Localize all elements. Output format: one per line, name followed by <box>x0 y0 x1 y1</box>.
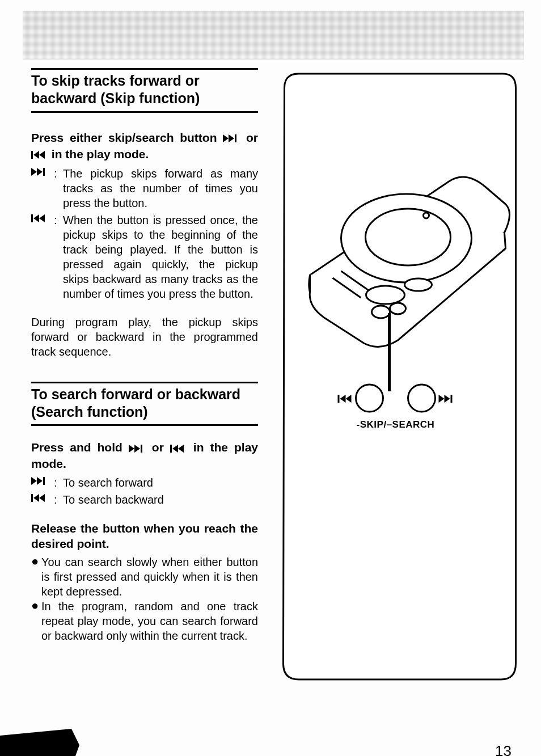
next-track-icon <box>129 441 146 456</box>
search-lead: Press and hold or in the play mode. <box>31 440 258 471</box>
svg-rect-9 <box>31 214 33 222</box>
svg-rect-3 <box>31 151 33 159</box>
colon: : <box>54 475 63 490</box>
colon: : <box>54 166 63 210</box>
header-band <box>23 11 524 60</box>
bullet-icon: ● <box>31 555 41 599</box>
svg-point-29 <box>372 306 390 318</box>
svg-rect-14 <box>141 445 142 453</box>
figure-callout-label: -SKIP/–SEARCH <box>357 419 435 430</box>
svg-point-26 <box>424 213 429 218</box>
page-number: 13 <box>494 742 513 756</box>
left-column: To skip tracks forward or backward (Skip… <box>31 68 258 739</box>
prev-track-icon <box>31 492 54 507</box>
svg-marker-16 <box>172 445 178 453</box>
svg-point-25 <box>366 209 451 265</box>
search-back-row: : To search backward <box>31 492 258 507</box>
svg-point-27 <box>366 286 405 304</box>
search-fwd-row: : To search forward <box>31 475 258 490</box>
search-bullets: ● You can search slowly when either butt… <box>31 555 258 643</box>
bullet-row: ● In the program, random and one track r… <box>31 599 258 643</box>
prev-track-icon <box>31 147 48 162</box>
search-lead-pre: Press and hold <box>31 441 129 454</box>
svg-marker-12 <box>129 445 134 453</box>
skip-fwd-desc: The pickup skips forward as many tracks … <box>63 166 258 210</box>
svg-rect-8 <box>43 168 45 176</box>
search-section: To search forward or backward (Search fu… <box>31 382 258 643</box>
search-heading: To search forward or backward (Search fu… <box>31 383 258 426</box>
search-lead-mid: or <box>152 441 170 454</box>
svg-rect-34 <box>338 395 340 403</box>
svg-rect-20 <box>43 477 45 485</box>
svg-marker-5 <box>39 151 45 159</box>
skip-lead-pre: Press either skip/search button <box>31 131 223 144</box>
colon: : <box>54 213 63 301</box>
colon: : <box>54 492 63 507</box>
skip-definitions: : The pickup skips forward as many track… <box>31 166 258 301</box>
bullet-row: ● You can search slowly when either butt… <box>31 555 258 599</box>
svg-point-30 <box>390 303 406 314</box>
skip-back-row: : When the button is pressed once, the p… <box>31 213 258 301</box>
prev-track-icon <box>170 441 187 456</box>
device-figure: -SKIP/–SEARCH <box>277 68 518 683</box>
svg-marker-22 <box>33 494 39 502</box>
skip-note: During program play, the pickup skips fo… <box>31 315 258 359</box>
svg-point-32 <box>356 385 383 412</box>
page-content: To skip tracks forward or backward (Skip… <box>31 68 518 739</box>
bullet-text: In the program, random and one track rep… <box>41 599 258 643</box>
next-track-icon <box>31 166 54 210</box>
prev-track-icon <box>31 213 54 301</box>
svg-marker-0 <box>223 134 229 142</box>
scanner-edge-artifact <box>0 729 79 756</box>
skip-lead-mid: or <box>246 131 258 144</box>
bullet-icon: ● <box>31 599 41 643</box>
svg-rect-15 <box>170 445 172 453</box>
next-track-icon <box>31 475 54 490</box>
svg-point-28 <box>405 278 432 291</box>
svg-marker-11 <box>39 214 45 222</box>
svg-rect-21 <box>31 494 33 502</box>
bullet-text: You can search slowly when either button… <box>41 555 258 599</box>
search-fwd-desc: To search forward <box>63 475 258 490</box>
svg-marker-19 <box>37 477 43 485</box>
svg-rect-39 <box>451 395 453 403</box>
skip-back-desc: When the button is pressed once, the pic… <box>63 213 258 301</box>
next-track-icon <box>223 130 240 146</box>
svg-marker-18 <box>31 477 37 485</box>
skip-lead: Press either skip/search button or in th… <box>31 130 258 163</box>
search-back-desc: To search backward <box>63 492 258 507</box>
svg-marker-23 <box>39 494 45 502</box>
svg-marker-6 <box>31 168 37 176</box>
svg-marker-10 <box>33 214 39 222</box>
skip-heading: To skip tracks forward or backward (Skip… <box>31 70 258 113</box>
svg-marker-4 <box>33 151 39 159</box>
svg-rect-2 <box>235 134 236 142</box>
search-definitions: : To search forward : To search backward <box>31 475 258 507</box>
search-release: Release the button when you reach the de… <box>31 521 258 552</box>
svg-marker-1 <box>229 134 234 142</box>
svg-marker-13 <box>134 445 140 453</box>
svg-marker-7 <box>37 168 43 176</box>
skip-fwd-row: : The pickup skips forward as many track… <box>31 166 258 210</box>
svg-marker-17 <box>178 445 184 453</box>
right-column: -SKIP/–SEARCH 13 <box>277 68 518 739</box>
skip-lead-post: in the play mode. <box>52 147 149 161</box>
svg-point-33 <box>408 385 436 412</box>
